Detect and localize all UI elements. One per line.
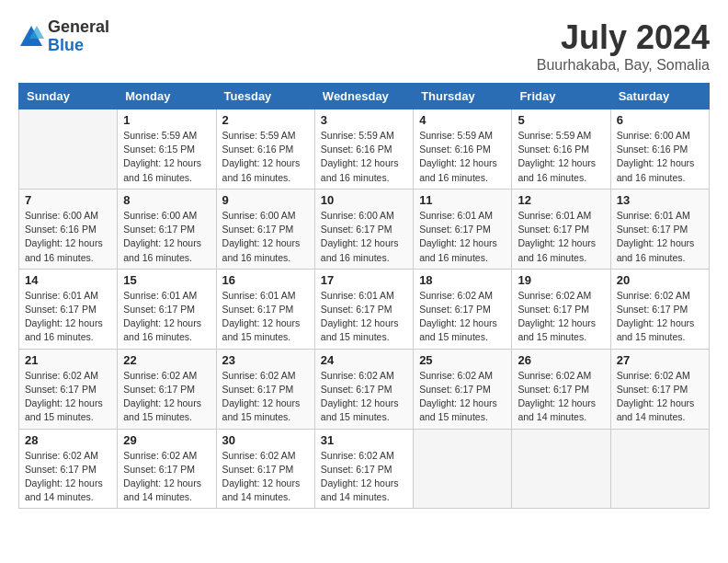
weekday-header-monday: Monday [118, 84, 216, 109]
day-number: 20 [617, 273, 703, 287]
calendar-cell: 28Sunrise: 6:02 AMSunset: 6:17 PMDayligh… [19, 429, 118, 509]
day-number: 30 [222, 433, 309, 447]
day-info: Sunrise: 6:02 AMSunset: 6:17 PMDaylight:… [617, 369, 703, 425]
calendar-cell: 19Sunrise: 6:02 AMSunset: 6:17 PMDayligh… [512, 269, 610, 349]
calendar-cell [414, 429, 512, 509]
day-number: 6 [617, 113, 703, 127]
calendar-cell: 10Sunrise: 6:00 AMSunset: 6:17 PMDayligh… [314, 189, 413, 269]
calendar-cell: 5Sunrise: 5:59 AMSunset: 6:16 PMDaylight… [512, 109, 610, 190]
day-number: 29 [123, 433, 210, 447]
day-info: Sunrise: 6:01 AMSunset: 6:17 PMDaylight:… [222, 289, 309, 345]
day-number: 22 [123, 353, 210, 367]
day-info: Sunrise: 6:00 AMSunset: 6:16 PMDaylight:… [617, 129, 703, 185]
weekday-header-thursday: Thursday [414, 84, 512, 109]
calendar-cell: 25Sunrise: 6:02 AMSunset: 6:17 PMDayligh… [414, 349, 512, 429]
calendar-cell: 22Sunrise: 6:02 AMSunset: 6:17 PMDayligh… [118, 349, 216, 429]
calendar-cell [512, 429, 610, 509]
weekday-header-wednesday: Wednesday [314, 84, 413, 109]
day-info: Sunrise: 5:59 AMSunset: 6:16 PMDaylight:… [518, 129, 604, 185]
day-info: Sunrise: 6:02 AMSunset: 6:17 PMDaylight:… [518, 369, 604, 425]
day-number: 11 [419, 193, 506, 207]
day-info: Sunrise: 6:01 AMSunset: 6:17 PMDaylight:… [123, 289, 210, 345]
calendar-cell: 9Sunrise: 6:00 AMSunset: 6:17 PMDaylight… [216, 189, 314, 269]
day-number: 18 [419, 273, 506, 287]
day-number: 8 [123, 193, 210, 207]
day-number: 9 [222, 193, 309, 207]
title-area: July 2024 Buurhakaba, Bay, Somalia [537, 18, 710, 74]
calendar-cell: 29Sunrise: 6:02 AMSunset: 6:17 PMDayligh… [118, 429, 216, 509]
calendar-week-row: 21Sunrise: 6:02 AMSunset: 6:17 PMDayligh… [19, 349, 710, 429]
calendar-cell: 12Sunrise: 6:01 AMSunset: 6:17 PMDayligh… [512, 189, 610, 269]
page-header: General Blue July 2024 Buurhakaba, Bay, … [18, 18, 710, 74]
logo: General Blue [18, 18, 109, 55]
weekday-header-row: SundayMondayTuesdayWednesdayThursdayFrid… [19, 84, 710, 109]
day-info: Sunrise: 6:00 AMSunset: 6:16 PMDaylight:… [25, 209, 111, 265]
day-info: Sunrise: 6:00 AMSunset: 6:17 PMDaylight:… [123, 209, 210, 265]
day-info: Sunrise: 6:02 AMSunset: 6:17 PMDaylight:… [419, 289, 506, 345]
day-number: 15 [123, 273, 210, 287]
calendar-cell: 7Sunrise: 6:00 AMSunset: 6:16 PMDaylight… [19, 189, 118, 269]
calendar-cell: 2Sunrise: 5:59 AMSunset: 6:16 PMDaylight… [216, 109, 314, 190]
day-info: Sunrise: 6:02 AMSunset: 6:17 PMDaylight:… [25, 449, 111, 505]
day-number: 7 [25, 193, 111, 207]
calendar-cell: 21Sunrise: 6:02 AMSunset: 6:17 PMDayligh… [19, 349, 118, 429]
day-number: 26 [518, 353, 604, 367]
logo-icon [18, 24, 44, 50]
day-info: Sunrise: 6:02 AMSunset: 6:17 PMDaylight:… [518, 289, 604, 345]
day-number: 3 [321, 113, 407, 127]
day-info: Sunrise: 6:02 AMSunset: 6:17 PMDaylight:… [321, 449, 407, 505]
weekday-header-tuesday: Tuesday [216, 84, 314, 109]
calendar-cell: 16Sunrise: 6:01 AMSunset: 6:17 PMDayligh… [216, 269, 314, 349]
calendar-cell [610, 429, 709, 509]
calendar-cell: 30Sunrise: 6:02 AMSunset: 6:17 PMDayligh… [216, 429, 314, 509]
day-number: 27 [617, 353, 703, 367]
calendar-cell: 14Sunrise: 6:01 AMSunset: 6:17 PMDayligh… [19, 269, 118, 349]
weekday-header-friday: Friday [512, 84, 610, 109]
calendar-cell: 17Sunrise: 6:01 AMSunset: 6:17 PMDayligh… [314, 269, 413, 349]
logo-general-text: General [48, 18, 109, 37]
logo-blue-text: Blue [48, 37, 109, 55]
day-info: Sunrise: 6:02 AMSunset: 6:17 PMDaylight:… [321, 369, 407, 425]
calendar-week-row: 1Sunrise: 5:59 AMSunset: 6:15 PMDaylight… [19, 109, 710, 190]
calendar-cell: 20Sunrise: 6:02 AMSunset: 6:17 PMDayligh… [610, 269, 709, 349]
day-number: 4 [419, 113, 506, 127]
calendar-week-row: 28Sunrise: 6:02 AMSunset: 6:17 PMDayligh… [19, 429, 710, 509]
day-number: 14 [25, 273, 111, 287]
day-info: Sunrise: 6:02 AMSunset: 6:17 PMDaylight:… [419, 369, 506, 425]
calendar-cell: 31Sunrise: 6:02 AMSunset: 6:17 PMDayligh… [314, 429, 413, 509]
calendar-cell: 26Sunrise: 6:02 AMSunset: 6:17 PMDayligh… [512, 349, 610, 429]
day-number: 10 [321, 193, 407, 207]
day-info: Sunrise: 6:02 AMSunset: 6:17 PMDaylight:… [222, 369, 309, 425]
calendar-cell: 23Sunrise: 6:02 AMSunset: 6:17 PMDayligh… [216, 349, 314, 429]
day-info: Sunrise: 5:59 AMSunset: 6:16 PMDaylight:… [222, 129, 309, 185]
calendar-week-row: 14Sunrise: 6:01 AMSunset: 6:17 PMDayligh… [19, 269, 710, 349]
day-info: Sunrise: 6:00 AMSunset: 6:17 PMDaylight:… [222, 209, 309, 265]
day-info: Sunrise: 6:01 AMSunset: 6:17 PMDaylight:… [518, 209, 604, 265]
day-number: 17 [321, 273, 407, 287]
day-number: 31 [321, 433, 407, 447]
calendar-cell [19, 109, 118, 190]
day-number: 13 [617, 193, 703, 207]
location-text: Buurhakaba, Bay, Somalia [537, 57, 710, 74]
day-number: 19 [518, 273, 604, 287]
calendar-cell: 6Sunrise: 6:00 AMSunset: 6:16 PMDaylight… [610, 109, 709, 190]
calendar-cell: 11Sunrise: 6:01 AMSunset: 6:17 PMDayligh… [414, 189, 512, 269]
day-info: Sunrise: 6:02 AMSunset: 6:17 PMDaylight:… [222, 449, 309, 505]
day-number: 12 [518, 193, 604, 207]
calendar-week-row: 7Sunrise: 6:00 AMSunset: 6:16 PMDaylight… [19, 189, 710, 269]
calendar-cell: 24Sunrise: 6:02 AMSunset: 6:17 PMDayligh… [314, 349, 413, 429]
month-title: July 2024 [537, 18, 710, 57]
day-info: Sunrise: 5:59 AMSunset: 6:15 PMDaylight:… [123, 129, 210, 185]
weekday-header-saturday: Saturday [610, 84, 709, 109]
day-info: Sunrise: 6:02 AMSunset: 6:17 PMDaylight:… [123, 449, 210, 505]
weekday-header-sunday: Sunday [19, 84, 118, 109]
calendar-cell: 18Sunrise: 6:02 AMSunset: 6:17 PMDayligh… [414, 269, 512, 349]
day-number: 28 [25, 433, 111, 447]
day-number: 1 [123, 113, 210, 127]
day-info: Sunrise: 5:59 AMSunset: 6:16 PMDaylight:… [419, 129, 506, 185]
calendar-cell: 15Sunrise: 6:01 AMSunset: 6:17 PMDayligh… [118, 269, 216, 349]
day-number: 25 [419, 353, 506, 367]
day-number: 2 [222, 113, 309, 127]
day-info: Sunrise: 6:01 AMSunset: 6:17 PMDaylight:… [25, 289, 111, 345]
calendar-table: SundayMondayTuesdayWednesdayThursdayFrid… [18, 83, 710, 509]
